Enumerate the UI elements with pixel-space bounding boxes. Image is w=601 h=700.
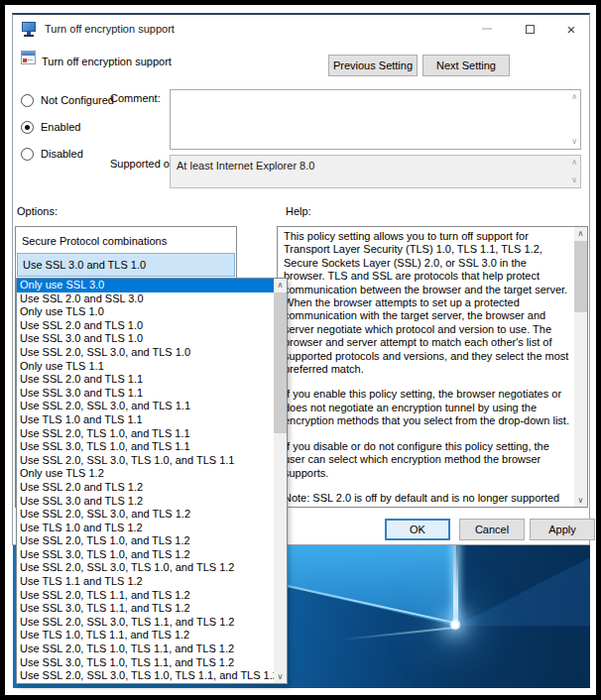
- dropdown-option[interactable]: Use SSL 2.0 and TLS 1.0: [17, 319, 274, 333]
- scroll-down-icon[interactable]: ∨: [571, 138, 577, 146]
- dropdown-option[interactable]: Only use SSL 3.0: [17, 279, 274, 292]
- supported-on-label: Supported on:: [110, 158, 179, 170]
- radio-enabled[interactable]: Enabled: [21, 119, 80, 135]
- dropdown-option[interactable]: Use SSL 2.0, SSL 3.0, TLS 1.0, and TLS 1…: [17, 454, 274, 468]
- supported-on-value: At least Internet Explorer 8.0: [177, 160, 314, 172]
- dropdown-option[interactable]: Use TLS 1.1 and TLS 1.2: [17, 575, 274, 589]
- dropdown-option[interactable]: Use SSL 2.0, SSL 3.0, TLS 1.1, and TLS 1…: [17, 616, 274, 630]
- parameter-label: Secure Protocol combinations: [22, 235, 167, 247]
- scroll-up-icon[interactable]: ∧: [571, 159, 577, 167]
- dropdown-option[interactable]: Use SSL 2.0, SSL 3.0, and TLS 1.0: [17, 346, 274, 360]
- combobox-selected-value: Use SSL 3.0 and TLS 1.0: [23, 259, 146, 271]
- radio-circle-icon[interactable]: [21, 121, 34, 134]
- dropdown-option[interactable]: Use SSL 3.0, TLS 1.0, and TLS 1.2: [17, 548, 274, 562]
- scroll-up-icon[interactable]: ∧: [574, 227, 587, 240]
- dropdown-option[interactable]: Only use TLS 1.2: [17, 467, 274, 481]
- dropdown-scrollbar[interactable]: ∧ ∨: [274, 279, 287, 683]
- dropdown-option[interactable]: Use TLS 1.0 and TLS 1.2: [17, 522, 274, 535]
- wallpaper-light-beam: [453, 543, 458, 627]
- dropdown-option[interactable]: Use SSL 3.0, TLS 1.0, TLS 1.1, and TLS 1…: [17, 656, 274, 670]
- dropdown-option[interactable]: Use SSL 2.0 and SSL 3.0: [17, 292, 274, 306]
- dropdown-option[interactable]: Use TLS 1.0 and TLS 1.1: [17, 413, 274, 427]
- wallpaper-glow-point: [449, 619, 461, 631]
- dropdown-option[interactable]: Only use TLS 1.0: [17, 305, 274, 319]
- scroll-down-icon[interactable]: ∨: [274, 670, 287, 683]
- radio-disabled[interactable]: Disabled: [21, 146, 83, 162]
- scroll-down-icon[interactable]: ∨: [571, 176, 577, 184]
- window-title: Turn off encryption support: [45, 23, 175, 35]
- help-panel: This policy setting allows you to turn o…: [277, 226, 588, 508]
- cancel-button[interactable]: Cancel: [459, 519, 525, 540]
- scroll-up-icon[interactable]: ∧: [274, 279, 287, 292]
- minimize-icon: [482, 28, 492, 30]
- dropdown-option[interactable]: Use SSL 2.0, TLS 1.0, TLS 1.1, and TLS 1…: [17, 642, 274, 656]
- apply-button[interactable]: Apply: [530, 519, 595, 540]
- dropdown-option[interactable]: Use SSL 3.0, TLS 1.1, and TLS 1.2: [17, 602, 274, 616]
- dropdown-option[interactable]: Only use TLS 1.1: [17, 360, 274, 374]
- maximize-button[interactable]: [514, 15, 545, 43]
- dropdown-option[interactable]: Use SSL 3.0, TLS 1.0, and TLS 1.1: [17, 440, 274, 454]
- radio-circle-icon[interactable]: [21, 148, 34, 161]
- policy-setting-icon: [21, 51, 36, 64]
- dropdown-option[interactable]: Use SSL 3.0 and TLS 1.1: [17, 387, 274, 401]
- dropdown-option[interactable]: Use SSL 3.0 and TLS 1.0: [17, 332, 274, 346]
- protocol-combobox[interactable]: Use SSL 3.0 and TLS 1.0: [17, 253, 235, 277]
- help-paragraph: If you enable this policy setting, the b…: [284, 388, 570, 427]
- protocol-dropdown-popup: Only use SSL 3.0Use SSL 2.0 and SSL 3.0O…: [16, 278, 288, 684]
- dropdown-list: Only use SSL 3.0Use SSL 2.0 and SSL 3.0O…: [17, 279, 274, 683]
- maximize-icon: [526, 25, 535, 34]
- policy-app-icon: [22, 22, 38, 37]
- help-scrollbar[interactable]: ∧ ∨: [574, 227, 587, 507]
- supported-on-value-box: At least Internet Explorer 8.0 ∧ ∨: [170, 155, 581, 188]
- radio-not-configured[interactable]: Not Configured: [21, 92, 114, 108]
- dropdown-option[interactable]: Use SSL 2.0 and TLS 1.2: [17, 481, 274, 495]
- previous-setting-button[interactable]: Previous Setting: [328, 55, 418, 76]
- policy-name: Turn off encryption support: [42, 56, 172, 67]
- dropdown-option[interactable]: Use SSL 2.0, SSL 3.0, TLS 1.0, TLS 1.1, …: [17, 669, 274, 683]
- minimize-button[interactable]: [471, 15, 503, 43]
- dropdown-option[interactable]: Use SSL 2.0, TLS 1.0, and TLS 1.2: [17, 534, 274, 548]
- help-text: This policy setting allows you to turn o…: [284, 230, 570, 504]
- options-label: Options:: [17, 205, 58, 217]
- scroll-up-icon[interactable]: ∧: [571, 93, 577, 101]
- dropdown-option[interactable]: Use SSL 2.0, SSL 3.0, TLS 1.0, and TLS 1…: [17, 561, 274, 575]
- ok-button[interactable]: OK: [385, 519, 450, 540]
- radio-circle-icon[interactable]: [21, 94, 34, 107]
- dropdown-option[interactable]: Use SSL 2.0 and TLS 1.1: [17, 373, 274, 387]
- dropdown-option[interactable]: Use SSL 2.0, TLS 1.1, and TLS 1.2: [17, 589, 274, 603]
- help-paragraph: If you disable or do not configure this …: [284, 440, 570, 480]
- comment-input[interactable]: ∧ ∨: [170, 89, 581, 150]
- comment-label: Comment:: [110, 92, 161, 104]
- dropdown-option[interactable]: Use TLS 1.0, TLS 1.1, and TLS 1.2: [17, 629, 274, 642]
- wallpaper-ray: [340, 627, 457, 641]
- next-setting-button[interactable]: Next Setting: [422, 55, 510, 76]
- dropdown-option[interactable]: Use SSL 3.0 and TLS 1.2: [17, 495, 274, 509]
- dropdown-option[interactable]: Use SSL 2.0, SSL 3.0, and TLS 1.2: [17, 508, 274, 522]
- help-paragraph: This policy setting allows you to turn o…: [284, 230, 570, 376]
- dropdown-option[interactable]: Use SSL 2.0, TLS 1.0, and TLS 1.1: [17, 427, 274, 441]
- help-label: Help:: [286, 205, 311, 217]
- scrollbar-thumb[interactable]: [274, 292, 287, 433]
- scrollbar-thumb[interactable]: [574, 241, 587, 312]
- help-paragraph: Note: SSL 2.0 is off by default and is n…: [284, 492, 570, 504]
- close-button[interactable]: ×: [555, 15, 587, 43]
- dropdown-option[interactable]: Use SSL 2.0, SSL 3.0, and TLS 1.1: [17, 400, 274, 413]
- scroll-down-icon[interactable]: ∨: [574, 494, 587, 507]
